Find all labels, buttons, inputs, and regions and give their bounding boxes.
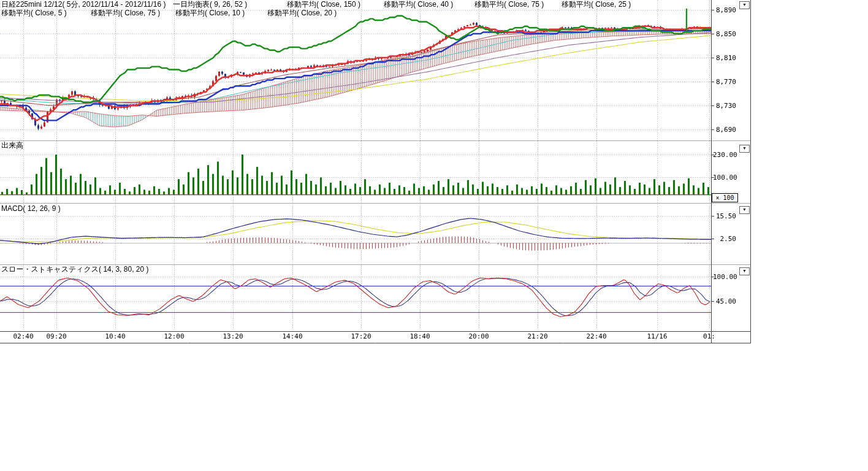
scroll-down-icon[interactable]: ▼ [739, 1, 750, 9]
scroll-down-icon[interactable]: ▼ [739, 206, 750, 214]
scroll-down-icon[interactable]: ▼ [739, 267, 750, 275]
chart-app: 日経225mini 12/12( 5分, 2012/11/14 - 2012/1… [0, 0, 868, 471]
scroll-down-icon[interactable]: ▼ [739, 145, 750, 153]
price-chart-canvas[interactable] [0, 0, 760, 368]
